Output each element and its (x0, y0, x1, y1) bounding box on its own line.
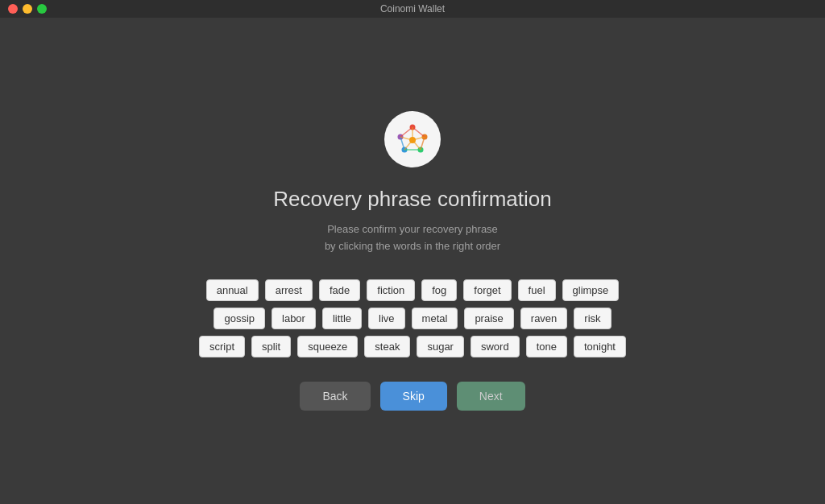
word-chip-sword[interactable]: sword (471, 336, 520, 357)
word-chip-labor[interactable]: labor (272, 308, 316, 329)
words-grid: annualarrestfadefictionfogforgetfuelglim… (199, 279, 626, 357)
word-chip-tone[interactable]: tone (526, 336, 567, 357)
word-chip-metal[interactable]: metal (412, 308, 458, 329)
traffic-lights (8, 4, 47, 14)
next-button[interactable]: Next (457, 382, 525, 411)
word-chip-live[interactable]: live (368, 308, 405, 329)
main-content: Recovery phrase confirmation Please conf… (0, 18, 825, 504)
window-title: Coinomi Wallet (380, 3, 445, 14)
buttons-row: Back Skip Next (300, 382, 524, 411)
words-row-1: annualarrestfadefictionfogforgetfuelglim… (206, 279, 620, 301)
svg-line-7 (400, 127, 412, 137)
word-chip-arrest[interactable]: arrest (265, 279, 313, 301)
word-chip-annual[interactable]: annual (206, 279, 259, 301)
svg-line-14 (404, 140, 412, 150)
word-chip-fiction[interactable]: fiction (367, 279, 415, 301)
word-chip-gossip[interactable]: gossip (214, 308, 265, 329)
maximize-button[interactable] (37, 4, 47, 14)
word-chip-risk[interactable]: risk (574, 308, 611, 329)
word-chip-little[interactable]: little (322, 308, 362, 329)
word-chip-fade[interactable]: fade (319, 279, 360, 301)
minimize-button[interactable] (23, 4, 32, 14)
word-chip-sugar[interactable]: sugar (417, 336, 464, 357)
svg-line-6 (412, 127, 425, 137)
word-chip-split[interactable]: split (251, 336, 291, 357)
word-chip-forget[interactable]: forget (463, 279, 511, 301)
back-button[interactable]: Back (300, 382, 370, 411)
logo-container (384, 111, 441, 167)
words-row-3: scriptsplitsqueezesteaksugarswordtoneton… (199, 336, 626, 357)
word-chip-steak[interactable]: steak (364, 336, 410, 357)
skip-button[interactable]: Skip (380, 382, 447, 411)
words-row-2: gossiplaborlittlelivemetalpraiseravenris… (214, 308, 611, 329)
word-chip-fuel[interactable]: fuel (518, 279, 556, 301)
word-chip-glimpse[interactable]: glimpse (562, 279, 620, 301)
svg-line-13 (412, 140, 421, 150)
word-chip-squeeze[interactable]: squeeze (297, 336, 358, 357)
page-subtitle: Please confirm your recovery phrase by c… (325, 221, 500, 255)
page-title: Recovery phrase confirmation (273, 187, 551, 212)
coinomi-logo (392, 119, 433, 159)
title-bar: Coinomi Wallet (0, 0, 825, 18)
word-chip-raven[interactable]: raven (520, 308, 568, 329)
word-chip-tonight[interactable]: tonight (574, 336, 626, 357)
word-chip-praise[interactable]: praise (464, 308, 513, 329)
close-button[interactable] (8, 4, 18, 14)
word-chip-script[interactable]: script (199, 336, 245, 357)
word-chip-fog[interactable]: fog (421, 279, 457, 301)
